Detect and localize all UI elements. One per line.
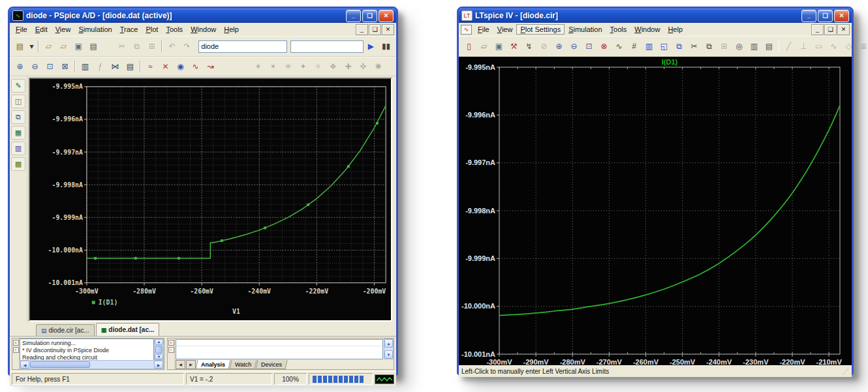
- print-button[interactable]: ▤: [762, 40, 777, 53]
- probe-icon[interactable]: ✎: [11, 79, 25, 93]
- ltspice-titlebar[interactable]: LT LTspice IV - [diode.cir] _ ❑ ✕: [459, 8, 852, 23]
- tab-analysis[interactable]: Analysis: [196, 360, 231, 369]
- zoom-in-button[interactable]: ⊕: [12, 60, 27, 74]
- ltspice-plot-area[interactable]: -300mV-290mV-280mV-270mV-260mV-250mV-240…: [459, 57, 852, 365]
- log-x-axis-button[interactable]: ▥: [78, 60, 93, 74]
- schematic-pane-button[interactable]: #: [627, 40, 642, 53]
- zoom-fit-button[interactable]: ⊠: [57, 60, 72, 74]
- output-horizontal-scrollbar[interactable]: ◀ ▶: [20, 360, 164, 369]
- log-y-axis-button[interactable]: ▤: [123, 60, 138, 74]
- analysis-tabs-left-icon[interactable]: ◀: [176, 360, 185, 369]
- pspice-menu-window[interactable]: Window: [187, 24, 220, 35]
- minimize-button[interactable]: _: [346, 10, 361, 22]
- cascade-button[interactable]: ⧉: [672, 40, 687, 53]
- performance-analysis-button[interactable]: ⋈: [108, 60, 123, 74]
- mdi-minimize-button[interactable]: _: [356, 24, 368, 35]
- output-vertical-scrollbar[interactable]: ▲ ▼: [154, 339, 164, 360]
- tile-vertical-button[interactable]: ◱: [657, 40, 672, 53]
- output-pane-pin-icon[interactable]: ▪: [13, 347, 19, 353]
- maximize-button[interactable]: ❑: [818, 10, 833, 22]
- save-button[interactable]: ▣: [491, 40, 506, 53]
- analysis-list-box[interactable]: [176, 339, 383, 359]
- watch-pane-close-icon[interactable]: x: [168, 340, 174, 346]
- pspice-chart[interactable]: -300mV-280mV-260mV-240mV-220mV-200mV-9.9…: [30, 79, 391, 320]
- analysis-vertical-scrollbar[interactable]: ▲ ▼: [384, 339, 394, 359]
- scroll-up-icon[interactable]: ▲: [384, 339, 393, 348]
- resize-grip[interactable]: ⋰: [843, 368, 849, 375]
- scroll-down-icon[interactable]: ▼: [155, 354, 163, 360]
- open-button[interactable]: ▱: [476, 40, 491, 53]
- simulation-status-icon[interactable]: ▩: [11, 157, 25, 171]
- zoom-back-button[interactable]: ⊖: [566, 40, 581, 53]
- run-target-combo[interactable]: [290, 40, 364, 53]
- scroll-left-icon[interactable]: ◀: [20, 361, 29, 369]
- tab-devices[interactable]: Devices: [256, 360, 288, 369]
- ltspice-menu-plot-settings[interactable]: Plot Settings: [516, 24, 565, 35]
- mdi-restore-button[interactable]: ❑: [369, 24, 381, 35]
- zoom-out-button[interactable]: ⊖: [27, 60, 42, 74]
- mdi-close-button[interactable]: ✕: [382, 24, 394, 35]
- ltspice-menu-window[interactable]: Window: [630, 24, 664, 35]
- delete-trace-button[interactable]: ✕: [158, 60, 173, 74]
- open-button[interactable]: ▱: [41, 40, 56, 53]
- scroll-thumb[interactable]: [155, 346, 163, 354]
- pspice-plot-area[interactable]: -300mV-280mV-260mV-240mV-220mV-200mV-9.9…: [29, 78, 392, 322]
- new-simulation-button[interactable]: ▤: [12, 40, 27, 53]
- watch-pane-pin-icon[interactable]: ▪: [168, 347, 174, 353]
- close-button[interactable]: ✕: [834, 10, 849, 22]
- scroll-thumb[interactable]: [30, 361, 90, 368]
- maximize-button[interactable]: ❑: [362, 10, 377, 22]
- pspice-menu-simulation[interactable]: Simulation: [74, 24, 116, 35]
- zoom-full-button[interactable]: ⊡: [581, 40, 597, 53]
- tab-watch[interactable]: Watch: [230, 360, 257, 369]
- pspice-menu-file[interactable]: File: [12, 24, 31, 35]
- copy-button[interactable]: ⧉: [702, 40, 717, 53]
- mdi-minimize-button[interactable]: _: [811, 24, 824, 35]
- export-button[interactable]: ▥: [747, 40, 762, 53]
- undo-zoom-button[interactable]: ⊗: [597, 40, 612, 53]
- control-panel-button[interactable]: ⚒: [506, 40, 521, 53]
- text-label-icon[interactable]: ◫: [11, 95, 25, 108]
- doc-tab-diode.dat[interactable]: ▦diode.dat [ac...: [96, 323, 160, 336]
- close-button[interactable]: ✕: [379, 10, 394, 22]
- save-button[interactable]: ▣: [71, 40, 86, 53]
- pspice-menu-tools[interactable]: Tools: [162, 24, 187, 35]
- pspice-titlebar[interactable]: ∿ diode - PSpice A/D - [diode.dat (activ…: [10, 8, 396, 23]
- doc-tab-diode.cir[interactable]: ▤diode.cir [ac...: [36, 324, 95, 336]
- new-dropdown[interactable]: ▾: [27, 40, 36, 53]
- simulation-output-log[interactable]: Simulation running...* IV discontinuity …: [20, 339, 154, 360]
- find-button[interactable]: ◎: [732, 40, 747, 53]
- ltspice-menu-simulation[interactable]: Simulation: [565, 24, 606, 35]
- ltspice-menu-help[interactable]: Help: [664, 24, 687, 35]
- cut-button[interactable]: ✂: [687, 40, 702, 53]
- append-file-button[interactable]: ▱: [56, 40, 71, 53]
- mdi-restore-button[interactable]: ❑: [824, 24, 837, 35]
- run-button[interactable]: ↯: [521, 40, 536, 53]
- scroll-right-icon[interactable]: ▶: [154, 361, 163, 369]
- new-schematic-button[interactable]: ▯: [461, 40, 476, 53]
- ltspice-chart[interactable]: -300mV-290mV-280mV-270mV-260mV-250mV-240…: [459, 57, 852, 365]
- pspice-menu-edit[interactable]: Edit: [31, 24, 52, 35]
- pspice-menu-help[interactable]: Help: [220, 24, 243, 35]
- run-button[interactable]: ▶: [364, 40, 379, 53]
- add-plot-button[interactable]: ◉: [173, 60, 188, 74]
- add-y-axis-button[interactable]: ∿: [188, 60, 203, 74]
- pspice-menu-view[interactable]: View: [52, 24, 75, 35]
- watch-pane-grip[interactable]: x ▪: [168, 339, 175, 369]
- view-netlist-icon[interactable]: ▥: [11, 142, 25, 155]
- minimize-button[interactable]: _: [801, 10, 816, 22]
- ltspice-menu-file[interactable]: File: [474, 24, 493, 35]
- ltspice-menu-view[interactable]: View: [493, 24, 517, 35]
- pspice-menu-plot[interactable]: Plot: [142, 24, 162, 35]
- mark-data-points-button[interactable]: ↝: [203, 60, 218, 74]
- copy-to-clipboard-icon[interactable]: ⧉: [11, 110, 25, 124]
- tile-horizontal-button[interactable]: ▥: [642, 40, 657, 53]
- pause-button[interactable]: ▮▮: [379, 40, 394, 53]
- analysis-tabs-right-icon[interactable]: ▶: [186, 360, 196, 369]
- output-pane-grip[interactable]: x ▪: [12, 339, 20, 369]
- output-pane-close-icon[interactable]: x: [13, 340, 19, 346]
- add-trace-button[interactable]: ≈: [143, 60, 158, 74]
- simulation-profile-combo[interactable]: [198, 40, 287, 53]
- view-simulation-results-icon[interactable]: ▦: [11, 126, 25, 140]
- scroll-down-icon[interactable]: ▼: [384, 350, 393, 359]
